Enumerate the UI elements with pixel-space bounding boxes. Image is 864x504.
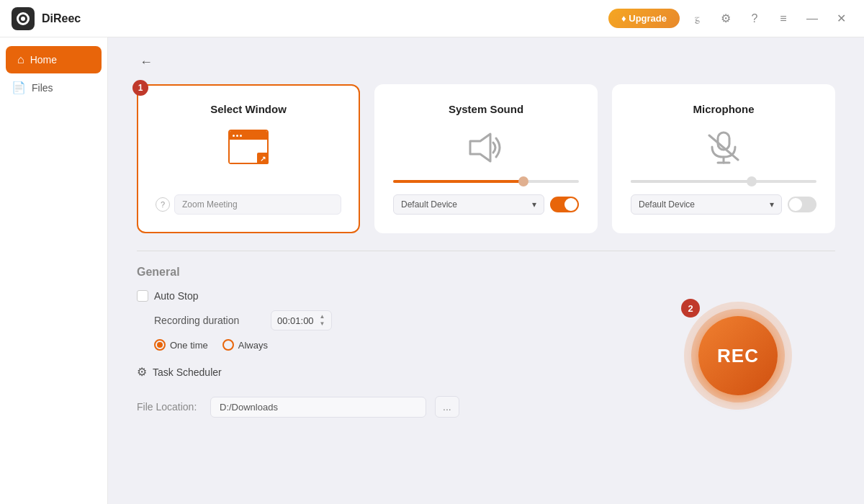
window-icon-bar	[230, 131, 267, 140]
microphone-chevron-icon: ▾	[770, 199, 774, 210]
file-path-input[interactable]: D:/Downloads	[210, 397, 426, 418]
window-icon-wrapper: ↗	[228, 130, 269, 164]
app-name: DiReec	[42, 12, 81, 25]
minimize-button[interactable]: —	[801, 7, 824, 30]
window-dot-3	[240, 135, 242, 137]
spin-up-button[interactable]: ▲	[320, 314, 325, 320]
rec-area: 2 REC	[684, 302, 792, 410]
microphone-card: Microphone	[612, 84, 835, 233]
rec-middle-ring: REC	[691, 309, 785, 402]
files-icon: 📄	[12, 81, 26, 94]
one-time-option[interactable]: One time	[154, 339, 208, 351]
slider-fill	[393, 180, 523, 183]
toggle-thumb	[564, 198, 577, 211]
help-icon-button[interactable]: ?	[743, 7, 766, 30]
always-label: Always	[238, 340, 268, 351]
close-button[interactable]: ✕	[829, 7, 852, 30]
mic-slider-thumb[interactable]	[747, 176, 757, 186]
window-name-input[interactable]: Zoom Meeting	[174, 194, 341, 215]
duration-value: 00:01:00	[277, 315, 314, 326]
system-sound-title: System Sound	[449, 103, 523, 115]
rec-badge: 2	[681, 299, 700, 318]
gear-icon: ⚙	[137, 365, 147, 379]
bottom-section: General Auto Stop Recording duration 00:…	[137, 266, 835, 418]
always-option[interactable]: Always	[222, 339, 268, 351]
general-section-title: General	[137, 266, 835, 279]
home-icon: ⌂	[17, 53, 24, 66]
mic-toggle-thumb	[789, 198, 802, 211]
system-sound-chevron-icon: ▾	[532, 199, 536, 210]
svg-marker-0	[470, 134, 490, 161]
microphone-title: Microphone	[693, 103, 755, 115]
mic-icon	[702, 130, 745, 166]
window-dot-1	[233, 135, 235, 137]
select-window-title: Select Window	[210, 103, 287, 115]
mic-icon-wrapper	[702, 130, 745, 168]
sound-icon-wrapper	[464, 130, 508, 168]
sound-icon	[464, 130, 508, 166]
auto-stop-checkbox[interactable]	[137, 290, 148, 302]
menu-icon-button[interactable]: ≡	[772, 7, 795, 30]
one-time-radio[interactable]	[154, 339, 166, 351]
mic-slider-track	[631, 180, 816, 183]
tuning-icon-button[interactable]: ᵹ	[685, 7, 708, 30]
logo-ring	[17, 12, 30, 25]
microphone-device-row: Default Device ▾	[631, 194, 816, 215]
sidebar: ⌂ Home 📄 Files	[0, 37, 108, 504]
system-sound-device-row: Default Device ▾	[393, 194, 579, 215]
recording-duration-label: Recording duration	[154, 315, 262, 326]
rec-button[interactable]: REC	[698, 316, 778, 395]
rec-label: REC	[717, 345, 759, 367]
sidebar-item-files[interactable]: 📄 Files	[0, 73, 107, 102]
one-time-label: One time	[170, 340, 208, 351]
select-window-badge: 1	[132, 80, 148, 96]
main-layout: ⌂ Home 📄 Files ← 1 Select Window	[0, 37, 864, 504]
window-input-row: ? Zoom Meeting	[156, 194, 341, 215]
duration-spinners: ▲ ▼	[320, 314, 325, 327]
titlebar-controls: ♦ Upgrade ᵹ ⚙ ? ≡ — ✕	[608, 7, 852, 30]
mic-slider-fill	[631, 180, 752, 183]
sidebar-item-home-label: Home	[30, 54, 57, 66]
auto-stop-row: Auto Stop	[137, 290, 835, 302]
microphone-toggle[interactable]	[788, 197, 816, 212]
always-radio[interactable]	[222, 339, 234, 351]
slider-thumb[interactable]	[518, 176, 528, 186]
system-sound-device-select[interactable]: Default Device ▾	[393, 194, 544, 215]
upgrade-button[interactable]: ♦ Upgrade	[608, 9, 680, 28]
system-sound-slider[interactable]	[393, 180, 579, 183]
system-sound-card: System Sound Default De	[374, 84, 598, 233]
section-divider	[137, 251, 835, 251]
window-icon: ↗	[228, 130, 269, 164]
window-arrow-icon: ↗	[257, 153, 269, 164]
microphone-device-select[interactable]: Default Device ▾	[631, 194, 782, 215]
logo-dot	[21, 17, 25, 21]
back-button[interactable]: ←	[137, 52, 156, 73]
duration-input[interactable]: 00:01:00 ▲ ▼	[271, 310, 332, 330]
microphone-device-label: Default Device	[639, 199, 695, 210]
titlebar: DiReec ♦ Upgrade ᵹ ⚙ ? ≡ — ✕	[0, 0, 864, 37]
window-dot-2	[236, 135, 238, 137]
cards-row: 1 Select Window ↗ ? Zoom Me	[137, 84, 835, 233]
content-area: ← 1 Select Window ↗	[108, 37, 864, 504]
slider-track	[393, 180, 579, 183]
microphone-slider[interactable]	[631, 180, 816, 183]
select-window-card: 1 Select Window ↗ ? Zoom Me	[137, 84, 360, 233]
rec-outer-ring: 2 REC	[684, 302, 792, 410]
spin-down-button[interactable]: ▼	[320, 321, 325, 327]
system-sound-toggle[interactable]	[550, 197, 579, 212]
file-location-label: File Location:	[137, 401, 202, 413]
file-more-button[interactable]: ...	[435, 396, 459, 418]
sidebar-item-files-label: Files	[32, 82, 53, 94]
auto-stop-label: Auto Stop	[154, 290, 199, 302]
app-logo	[12, 7, 35, 30]
app-branding: DiReec	[12, 7, 81, 30]
task-scheduler-label: Task Scheduler	[153, 366, 222, 378]
system-sound-device-label: Default Device	[401, 199, 457, 210]
settings-icon-button[interactable]: ⚙	[714, 7, 737, 30]
help-circle-icon[interactable]: ?	[156, 197, 170, 212]
sidebar-item-home[interactable]: ⌂ Home	[6, 46, 102, 73]
